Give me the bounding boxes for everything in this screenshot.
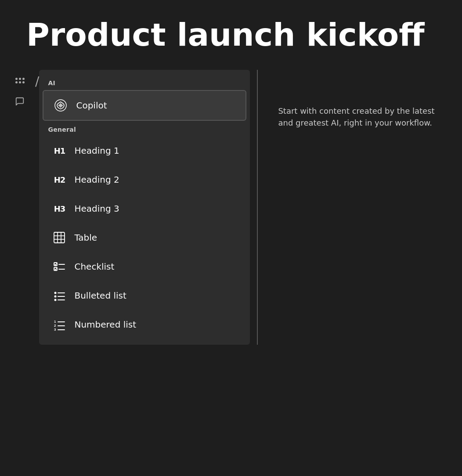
bulleted-list-icon	[51, 288, 67, 303]
numbered-list-label: Numbered list	[74, 319, 136, 330]
grid-dots-button[interactable]	[13, 73, 27, 87]
svg-point-10	[54, 292, 57, 294]
menu-item-heading1[interactable]: H1 Heading 1	[43, 137, 246, 165]
checklist-label: Checklist	[74, 261, 114, 272]
svg-rect-1	[54, 232, 65, 243]
copilot-label: Copilot	[76, 100, 107, 111]
bulleted-list-label: Bulleted list	[74, 290, 126, 301]
table-icon	[51, 230, 67, 245]
svg-text:3: 3	[54, 328, 56, 331]
checklist-icon	[51, 259, 67, 274]
heading1-label: Heading 1	[74, 145, 119, 156]
left-toolbar	[9, 70, 31, 345]
h1-icon: H1	[51, 143, 67, 159]
chat-button[interactable]	[13, 94, 27, 108]
selected-description: Start with content created by the latest…	[278, 105, 436, 129]
svg-point-12	[54, 296, 57, 298]
slash-trigger: /	[31, 70, 39, 345]
dropdown-panel[interactable]: AI Copilot General H1	[39, 70, 250, 345]
svg-point-14	[54, 299, 57, 301]
general-section-label: General	[39, 122, 250, 136]
heading2-label: Heading 2	[74, 174, 119, 185]
menu-item-bulleted-list[interactable]: Bulleted list	[43, 281, 246, 310]
h3-icon: H3	[51, 201, 67, 216]
menu-item-checklist[interactable]: Checklist	[43, 252, 246, 281]
menu-item-heading2[interactable]: H2 Heading 2	[43, 166, 246, 194]
ai-section-label: AI	[39, 75, 250, 89]
numbered-list-icon: 1 2 3	[51, 317, 67, 332]
slash-dropdown: AI Copilot General H1	[39, 70, 462, 345]
copilot-icon	[52, 97, 69, 114]
menu-item-table[interactable]: Table	[43, 224, 246, 252]
chat-icon	[15, 97, 25, 106]
h2-icon: H2	[51, 172, 67, 188]
svg-text:1: 1	[54, 320, 56, 324]
menu-item-copilot[interactable]: Copilot	[43, 90, 246, 121]
dropdown-divider	[257, 70, 258, 345]
description-panel: Start with content created by the latest…	[265, 70, 449, 345]
grid-dots-icon	[15, 78, 25, 83]
menu-item-heading3[interactable]: H3 Heading 3	[43, 195, 246, 223]
menu-item-numbered-list[interactable]: 1 2 3 Numbered list	[43, 310, 246, 339]
table-label: Table	[74, 232, 97, 243]
page-title: Product launch kickoff	[0, 0, 462, 70]
svg-text:2: 2	[54, 324, 56, 328]
heading3-label: Heading 3	[74, 203, 119, 214]
